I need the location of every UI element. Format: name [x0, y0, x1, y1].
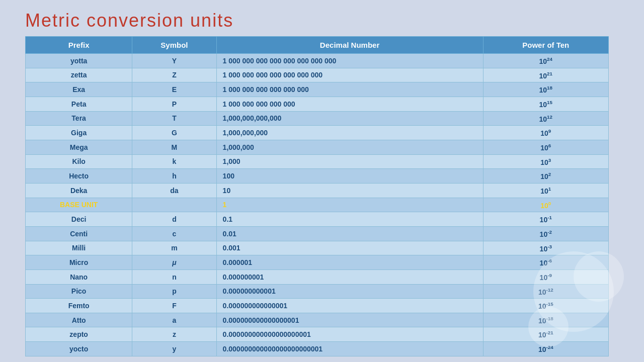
table-row: zettaZ1 000 000 000 000 000 000 0001021 — [26, 68, 609, 82]
cell-symbol: Z — [132, 68, 216, 82]
table-row: Centic0.0110-2 — [26, 226, 609, 241]
cell-symbol: p — [132, 284, 216, 299]
cell-decimal: 1,000,000 — [216, 140, 483, 154]
cell-prefix: Kilo — [26, 154, 132, 169]
table-header-row: Prefix Symbol Decimal Number Power of Te… — [26, 37, 609, 54]
conversion-table: Prefix Symbol Decimal Number Power of Te… — [25, 36, 609, 356]
cell-symbol: n — [132, 269, 216, 284]
cell-prefix: yotta — [26, 54, 132, 68]
cell-prefix: Pico — [26, 284, 132, 299]
cell-power: 106 — [483, 140, 608, 154]
cell-decimal: 1,000,000,000,000 — [216, 111, 483, 126]
bg-decoration-2 — [574, 251, 624, 302]
cell-power: 102 — [483, 169, 608, 184]
cell-decimal: 1 000 000 000 000 000 000 — [216, 82, 483, 97]
cell-decimal: 0.000000001 — [216, 269, 483, 284]
table-row: ExaE1 000 000 000 000 000 0001018 — [26, 82, 609, 97]
table-row: PetaP1 000 000 000 000 0001015 — [26, 97, 609, 111]
table-row: Kilok1,000103 — [26, 154, 609, 169]
cell-symbol: m — [132, 241, 216, 255]
page-title: Metric conversion units — [25, 10, 619, 31]
cell-decimal: 0.000001 — [216, 255, 483, 270]
cell-prefix: zetta — [26, 68, 132, 82]
cell-symbol: G — [132, 126, 216, 140]
cell-decimal: 0.000000000000000000000001 — [216, 342, 483, 356]
header-decimal: Decimal Number — [216, 37, 483, 54]
cell-symbol: c — [132, 226, 216, 241]
cell-prefix: zepto — [26, 327, 132, 342]
cell-prefix: Atto — [26, 313, 132, 327]
bg-decoration-3 — [528, 307, 569, 347]
cell-prefix: Nano — [26, 269, 132, 284]
cell-decimal: 0.000000000000000001 — [216, 313, 483, 327]
table-row: Hectoh100102 — [26, 169, 609, 184]
cell-power: 1015 — [483, 97, 608, 111]
cell-decimal: 1 000 000 000 000 000 000 000 000 — [216, 54, 483, 68]
cell-decimal: 0.000000000000000000001 — [216, 327, 483, 342]
cell-symbol: y — [132, 342, 216, 356]
cell-power: 1021 — [483, 68, 608, 82]
table-row: BASE UNIT1100 — [26, 198, 609, 212]
table-row: Nanon0.00000000110-9 — [26, 269, 609, 284]
cell-power: 1018 — [483, 82, 608, 97]
cell-decimal: 1 000 000 000 000 000 — [216, 97, 483, 111]
table-row: Microμ0.00000110-6 — [26, 255, 609, 270]
cell-power: 109 — [483, 126, 608, 140]
cell-symbol: da — [132, 183, 216, 198]
cell-decimal: 1 000 000 000 000 000 000 000 — [216, 68, 483, 82]
header-power: Power of Ten — [483, 37, 608, 54]
table-row: Attoa0.00000000000000000110-18 — [26, 313, 609, 327]
conversion-table-wrapper: Prefix Symbol Decimal Number Power of Te… — [25, 36, 609, 356]
cell-symbol: F — [132, 299, 216, 313]
cell-decimal: 100 — [216, 169, 483, 184]
cell-decimal: 1,000 — [216, 154, 483, 169]
cell-symbol: z — [132, 327, 216, 342]
cell-decimal: 10 — [216, 183, 483, 198]
table-row: yoctoy0.00000000000000000000000110-24 — [26, 342, 609, 356]
table-row: zeptoz0.00000000000000000000110-21 — [26, 327, 609, 342]
cell-decimal: 0.001 — [216, 241, 483, 255]
cell-symbol: T — [132, 111, 216, 126]
cell-symbol: P — [132, 97, 216, 111]
cell-decimal: 0.000000000001 — [216, 284, 483, 299]
cell-prefix: Centi — [26, 226, 132, 241]
table-row: Dekada10101 — [26, 183, 609, 198]
cell-decimal: 1,000,000,000 — [216, 126, 483, 140]
cell-symbol — [132, 198, 216, 212]
cell-symbol: E — [132, 82, 216, 97]
cell-prefix: BASE UNIT — [26, 198, 132, 212]
cell-power: 1012 — [483, 111, 608, 126]
cell-prefix: Tera — [26, 111, 132, 126]
cell-power: 10-2 — [483, 226, 608, 241]
cell-prefix: yocto — [26, 342, 132, 356]
table-row: FemtoF0.00000000000000110-15 — [26, 299, 609, 313]
cell-prefix: Hecto — [26, 169, 132, 184]
cell-power: 103 — [483, 154, 608, 169]
cell-symbol: Y — [132, 54, 216, 68]
cell-prefix: Giga — [26, 126, 132, 140]
header-symbol: Symbol — [132, 37, 216, 54]
table-row: GigaG1,000,000,000109 — [26, 126, 609, 140]
cell-power: 101 — [483, 183, 608, 198]
table-row: Decid0.110-1 — [26, 212, 609, 227]
cell-symbol: M — [132, 140, 216, 154]
cell-symbol: d — [132, 212, 216, 227]
cell-decimal: 1 — [216, 198, 483, 212]
cell-decimal: 0.1 — [216, 212, 483, 227]
cell-symbol: μ — [132, 255, 216, 270]
table-row: Picop0.00000000000110-12 — [26, 284, 609, 299]
table-row: Millim0.00110-3 — [26, 241, 609, 255]
table-row: MegaM1,000,000106 — [26, 140, 609, 154]
cell-prefix: Mega — [26, 140, 132, 154]
cell-prefix: Femto — [26, 299, 132, 313]
cell-symbol: k — [132, 154, 216, 169]
cell-power: 1024 — [483, 54, 608, 68]
table-row: yottaY1 000 000 000 000 000 000 000 0001… — [26, 54, 609, 68]
cell-symbol: a — [132, 313, 216, 327]
table-row: TeraT1,000,000,000,0001012 — [26, 111, 609, 126]
cell-decimal: 0.000000000000001 — [216, 299, 483, 313]
cell-prefix: Deka — [26, 183, 132, 198]
cell-prefix: Milli — [26, 241, 132, 255]
cell-symbol: h — [132, 169, 216, 184]
cell-decimal: 0.01 — [216, 226, 483, 241]
